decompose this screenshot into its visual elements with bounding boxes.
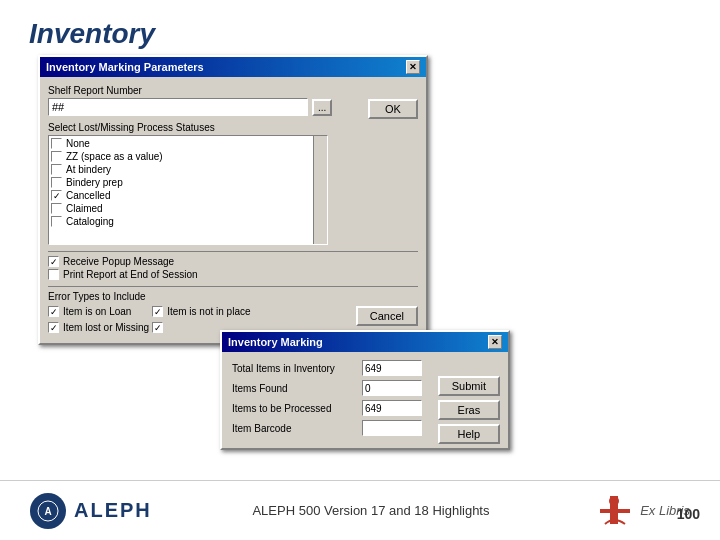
print-report-label: Print Report at End of Session <box>63 269 198 280</box>
ex-libris-icon <box>590 491 640 531</box>
footer: A ALEPH ALEPH 500 Version 17 and 18 High… <box>0 480 720 540</box>
page-number: 100 <box>677 506 700 522</box>
dialog-title: Inventory Marking Parameters <box>46 61 204 73</box>
page-title: Inventory <box>29 18 155 50</box>
receive-popup-label: Receive Popup Message <box>63 256 174 267</box>
cancel-button[interactable]: Cancel <box>356 306 418 326</box>
error-types-label: Error Types to Include <box>48 291 418 302</box>
aleph-logo: A ALEPH <box>30 493 152 529</box>
error-not-in-place[interactable]: Item is not in place <box>152 306 253 317</box>
status-zz-checkbox[interactable] <box>51 151 62 162</box>
error-not-in-place-checkbox[interactable] <box>152 306 163 317</box>
shelf-report-label: Shelf Report Number <box>48 85 360 96</box>
field-items-processed-input[interactable] <box>362 400 422 416</box>
status-cataloging-checkbox[interactable] <box>51 216 62 227</box>
error-other-checkbox[interactable] <box>152 322 163 333</box>
ex-libris-logo: Ex Libris <box>590 491 690 531</box>
select-status-label: Select Lost/Missing Process Statuses <box>48 122 418 133</box>
field-items-found-input[interactable] <box>362 380 422 396</box>
print-report-row[interactable]: Print Report at End of Session <box>48 269 418 280</box>
footer-subtitle: ALEPH 500 Version 17 and 18 Highlights <box>252 503 489 518</box>
shelf-report-browse-button[interactable]: ... <box>312 99 332 116</box>
status-listbox[interactable]: None ZZ (space as a value) At bindery Bi… <box>48 135 328 245</box>
status-cataloging[interactable]: Cataloging <box>51 216 325 227</box>
field-item-barcode-label: Item Barcode <box>232 423 362 434</box>
aleph-circle-icon: A <box>30 493 66 529</box>
aleph-text: ALEPH <box>74 499 152 522</box>
dialog-close-button[interactable]: ✕ <box>406 60 420 74</box>
inventory-marking-parameters-dialog: Inventory Marking Parameters ✕ Shelf Rep… <box>38 55 428 345</box>
status-none[interactable]: None <box>51 138 325 149</box>
status-bindery-prep-checkbox[interactable] <box>51 177 62 188</box>
error-lost[interactable]: Item lost or Missing <box>48 322 149 333</box>
field-item-barcode-input[interactable] <box>362 420 422 436</box>
status-claimed[interactable]: Claimed <box>51 203 325 214</box>
error-on-loan[interactable]: Item is on Loan <box>48 306 149 317</box>
status-bindery[interactable]: At bindery <box>51 164 325 175</box>
receive-popup-row[interactable]: Receive Popup Message <box>48 256 418 267</box>
submit-button[interactable]: Submit <box>438 376 500 396</box>
field-items-processed-label: Items to be Processed <box>232 403 362 414</box>
ok-button[interactable]: OK <box>368 99 418 119</box>
svg-text:A: A <box>44 506 51 517</box>
status-cancelled-checkbox[interactable] <box>51 190 62 201</box>
field-total-items-input[interactable] <box>362 360 422 376</box>
status-cancelled[interactable]: Cancelled <box>51 190 325 201</box>
receive-popup-checkbox[interactable] <box>48 256 59 267</box>
secondary-buttons: Submit Eras Help <box>438 376 500 444</box>
secondary-dialog-titlebar: Inventory Marking ✕ <box>222 332 508 352</box>
print-report-checkbox[interactable] <box>48 269 59 280</box>
status-bindery-checkbox[interactable] <box>51 164 62 175</box>
svg-point-4 <box>609 496 619 506</box>
eras-button[interactable]: Eras <box>438 400 500 420</box>
error-lost-checkbox[interactable] <box>48 322 59 333</box>
status-none-checkbox[interactable] <box>51 138 62 149</box>
help-button[interactable]: Help <box>438 424 500 444</box>
status-bindery-prep[interactable]: Bindery prep <box>51 177 325 188</box>
field-total-items: Total Items in Inventory <box>232 360 498 376</box>
field-total-items-label: Total Items in Inventory <box>232 363 362 374</box>
inventory-marking-dialog: Inventory Marking ✕ Total Items in Inven… <box>220 330 510 450</box>
field-items-found-label: Items Found <box>232 383 362 394</box>
svg-rect-3 <box>600 509 630 513</box>
status-claimed-checkbox[interactable] <box>51 203 62 214</box>
secondary-dialog-close-button[interactable]: ✕ <box>488 335 502 349</box>
error-on-loan-checkbox[interactable] <box>48 306 59 317</box>
listbox-scrollbar[interactable] <box>313 136 327 244</box>
shelf-report-input[interactable] <box>48 98 308 116</box>
secondary-dialog-title: Inventory Marking <box>228 336 323 348</box>
dialog-titlebar: Inventory Marking Parameters ✕ <box>40 57 426 77</box>
status-zz[interactable]: ZZ (space as a value) <box>51 151 325 162</box>
